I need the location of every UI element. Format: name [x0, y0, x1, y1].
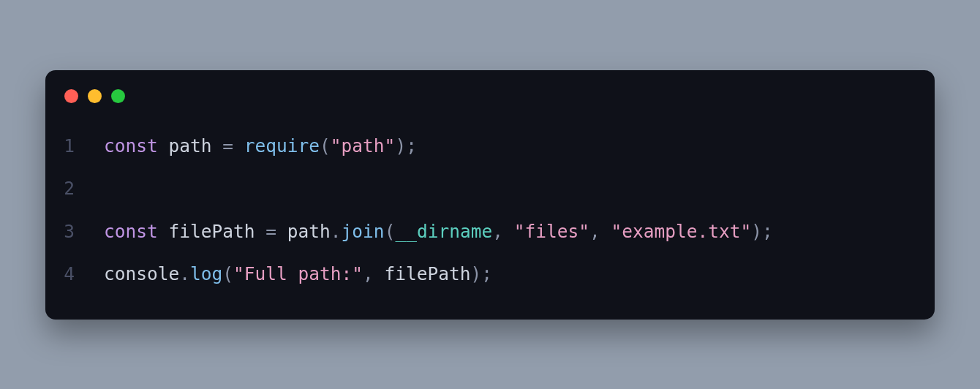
code-token: path [287, 221, 331, 242]
code-editor-window: 1const path = require("path");2 3const f… [45, 70, 935, 320]
code-token: join [342, 221, 385, 242]
code-token: log [190, 263, 222, 284]
code-token: . [331, 221, 342, 242]
close-icon[interactable] [64, 89, 78, 103]
code-content: const path = require("path"); [104, 137, 417, 156]
code-token: = [265, 221, 276, 242]
line-number: 4 [45, 265, 104, 284]
code-token: "example.txt" [611, 221, 751, 242]
code-token: ( [385, 221, 396, 242]
code-token: __dirname [395, 221, 492, 242]
maximize-icon[interactable] [111, 89, 125, 103]
code-token [233, 135, 244, 156]
code-token: . [179, 263, 190, 284]
line-number: 3 [45, 223, 104, 241]
code-token: const [104, 135, 169, 156]
code-token: "Full path:" [233, 263, 363, 284]
code-content [104, 180, 115, 198]
code-token: "files" [514, 221, 589, 242]
code-token: = [222, 135, 233, 156]
code-token: , [363, 263, 385, 284]
code-line: 4console.log("Full path:", filePath); [45, 253, 935, 296]
code-content: console.log("Full path:", filePath); [104, 265, 492, 284]
code-token: const [104, 221, 169, 242]
code-token: filePath [385, 263, 471, 284]
code-token: filePath [169, 221, 255, 242]
code-token [276, 221, 287, 242]
code-token: ); [471, 263, 493, 284]
code-token: require [244, 135, 320, 156]
code-token: path [169, 135, 212, 156]
code-token [255, 221, 266, 242]
code-line: 3const filePath = path.join(__dirname, "… [45, 211, 935, 254]
code-token [212, 135, 223, 156]
code-token: ( [320, 135, 331, 156]
code-line: 2 [45, 167, 935, 211]
code-token: , [492, 221, 514, 242]
minimize-icon[interactable] [88, 89, 102, 103]
code-line: 1const path = require("path"); [45, 125, 935, 168]
code-token: ( [222, 263, 233, 284]
code-token: "path" [331, 135, 396, 156]
code-token: console [104, 263, 179, 284]
code-token: , [589, 221, 611, 242]
code-token: ); [751, 221, 773, 242]
window-controls [45, 89, 935, 125]
line-number: 1 [45, 137, 104, 156]
line-number: 2 [45, 180, 104, 198]
code-content: const filePath = path.join(__dirname, "f… [104, 223, 773, 241]
code-area[interactable]: 1const path = require("path");2 3const f… [45, 125, 935, 296]
code-token: ); [395, 135, 417, 156]
